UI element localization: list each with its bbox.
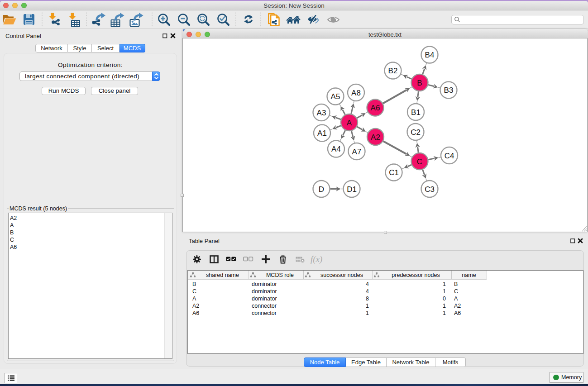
svg-text:A2: A2 xyxy=(371,133,380,141)
svg-text:A3: A3 xyxy=(317,108,326,117)
svg-text:B: B xyxy=(417,78,422,87)
svg-text:A7: A7 xyxy=(352,147,362,156)
svg-text:B1: B1 xyxy=(411,108,421,116)
svg-text:D: D xyxy=(319,185,324,193)
svg-text:A5: A5 xyxy=(331,92,340,101)
svg-text:C2: C2 xyxy=(411,128,421,136)
svg-text:A: A xyxy=(347,118,352,127)
svg-text:A1: A1 xyxy=(317,129,327,138)
svg-text:A8: A8 xyxy=(351,88,361,97)
svg-text:C: C xyxy=(417,157,422,166)
svg-text:B4: B4 xyxy=(425,51,435,59)
svg-text:C1: C1 xyxy=(389,168,399,177)
svg-text:B3: B3 xyxy=(444,86,454,95)
svg-text:C3: C3 xyxy=(425,185,435,193)
svg-text:A6: A6 xyxy=(371,104,380,112)
svg-text:B2: B2 xyxy=(388,67,398,75)
svg-text:C4: C4 xyxy=(445,151,454,160)
svg-text:D1: D1 xyxy=(347,185,357,193)
svg-text:A4: A4 xyxy=(331,145,341,153)
